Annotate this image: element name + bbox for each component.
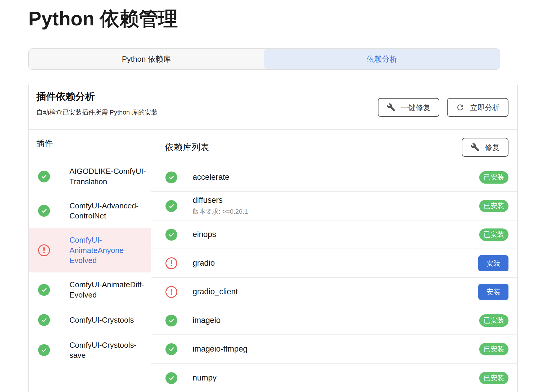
check-icon <box>165 200 177 212</box>
analysis-card: 插件依赖分析 自动检查已安装插件所需 Python 库的安装 一键修复 立即分析… <box>28 81 518 392</box>
check-icon <box>38 344 50 356</box>
check-icon <box>165 315 177 326</box>
check-icon <box>38 314 50 326</box>
dep-name: einops <box>193 230 216 239</box>
plugin-name: ComfyUI-Crystools <box>69 315 134 325</box>
card-header-text: 插件依赖分析 自动检查已安装插件所需 Python 库的安装 <box>36 90 158 117</box>
plugin-list-item[interactable]: ComfyUI-Crystools-save <box>29 333 151 368</box>
dep-row: imageio 已安装 <box>151 306 517 335</box>
tab-python-deps[interactable]: Python 依赖库 <box>29 49 264 69</box>
dep-row: gradio_client 安装 <box>151 278 517 306</box>
plugin-name: ComfyUI-Advanced-ControlNet <box>69 201 146 221</box>
check-icon <box>165 229 177 241</box>
wrench-icon <box>387 103 396 112</box>
plugin-name: ComfyUI-AnimateAnyone-Evolved <box>69 235 146 265</box>
fix-all-label: 一键修复 <box>401 103 430 112</box>
refresh-icon <box>456 103 465 112</box>
plugin-list-item[interactable]: ComfyUI-AnimateAnyone-Evolved <box>29 228 151 272</box>
page-title: Python 依赖管理 <box>28 7 518 30</box>
dep-name: diffusers <box>193 196 248 205</box>
dep-info: numpy <box>193 373 217 383</box>
card-header: 插件依赖分析 自动检查已安装插件所需 Python 库的安装 一键修复 立即分析 <box>29 81 517 130</box>
analyze-now-label: 立即分析 <box>470 103 500 112</box>
plugin-list-item[interactable]: ComfyUI-AnimateDiff-Evolved <box>29 272 151 307</box>
check-icon <box>38 284 50 296</box>
header-actions: 一键修复 立即分析 <box>378 98 508 117</box>
installed-badge: 已安装 <box>479 314 508 327</box>
plugin-sidebar: 插件 AIGODLIKE-ComfyUI-Translation ComfyUI… <box>29 130 151 392</box>
dep-info: diffusers 版本要求: >=0.26.1 <box>193 196 248 216</box>
fix-button[interactable]: 修复 <box>462 138 508 157</box>
panel-title: 插件依赖分析 <box>36 90 158 103</box>
plugin-list-item[interactable]: ComfyUI-Crystools <box>29 307 151 333</box>
dep-name: gradio_client <box>193 287 238 296</box>
plugin-name: AIGODLIKE-ComfyUI-Translation <box>69 166 146 187</box>
wrench-icon <box>471 143 480 152</box>
dep-name: accelerate <box>193 173 230 182</box>
dep-info: accelerate <box>193 173 230 182</box>
plugin-name: ComfyUI-AnimateDiff-Evolved <box>69 280 146 300</box>
check-icon <box>38 171 50 182</box>
install-button[interactable]: 安装 <box>478 255 508 271</box>
dep-row: gradio 安装 <box>151 249 517 278</box>
deps-header: 依赖库列表 修复 <box>151 130 517 163</box>
dep-name: gradio <box>193 259 215 268</box>
tab-dependency-analysis[interactable]: 依赖分析 <box>264 49 500 69</box>
check-icon <box>38 205 50 217</box>
check-icon <box>165 172 177 183</box>
dep-info: einops <box>193 230 216 239</box>
installed-badge: 已安装 <box>479 228 508 241</box>
dep-info: gradio <box>193 259 215 268</box>
plugin-list-item[interactable]: AIGODLIKE-ComfyUI-Translation <box>29 159 151 194</box>
dep-row: numpy 已安装 <box>151 364 517 392</box>
dep-version-requirement: 版本要求: >=0.26.1 <box>193 207 248 216</box>
panel-subtitle: 自动检查已安装插件所需 Python 库的安装 <box>36 108 158 117</box>
check-icon <box>165 343 177 355</box>
sidebar-header: 插件 <box>36 138 151 149</box>
error-icon <box>38 244 50 256</box>
dep-name: imageio-ffmpeg <box>193 344 248 354</box>
dep-row: diffusers 版本要求: >=0.26.1 已安装 <box>151 192 517 220</box>
plugin-name: ComfyUI-Crystools-save <box>69 340 146 360</box>
plugin-list-item[interactable]: ComfyUI-Advanced-ControlNet <box>29 194 151 228</box>
dep-name: imageio <box>193 316 221 325</box>
error-icon <box>165 286 177 298</box>
installed-badge: 已安装 <box>479 200 508 212</box>
installed-badge: 已安装 <box>479 372 508 384</box>
error-icon <box>165 257 177 269</box>
check-icon <box>165 372 177 384</box>
dep-info: imageio-ffmpeg <box>193 344 248 354</box>
tab-bar: Python 依赖库 依赖分析 <box>28 48 500 70</box>
dep-row: einops 已安装 <box>151 220 517 249</box>
fix-all-button[interactable]: 一键修复 <box>378 98 439 117</box>
fix-label: 修复 <box>485 143 500 152</box>
dep-info: imageio <box>193 316 221 325</box>
dep-row: accelerate 已安装 <box>151 163 517 192</box>
installed-badge: 已安装 <box>479 343 508 355</box>
title-divider <box>28 39 518 39</box>
deps-panel: 依赖库列表 修复 accelerate 已安装 diffusers 版本要求: <box>151 130 517 392</box>
page-container: Python 依赖管理 Python 依赖库 依赖分析 插件依赖分析 自动检查已… <box>0 7 546 392</box>
analyze-now-button[interactable]: 立即分析 <box>447 98 508 117</box>
installed-badge: 已安装 <box>479 171 508 184</box>
dep-name: numpy <box>193 373 217 383</box>
plugin-list: AIGODLIKE-ComfyUI-Translation ComfyUI-Ad… <box>29 159 151 367</box>
deps-list-title: 依赖库列表 <box>165 141 209 153</box>
dep-info: gradio_client <box>193 287 238 296</box>
install-button[interactable]: 安装 <box>478 284 508 300</box>
dep-row: imageio-ffmpeg 已安装 <box>151 335 517 364</box>
card-body: 插件 AIGODLIKE-ComfyUI-Translation ComfyUI… <box>29 130 517 392</box>
dependency-list: accelerate 已安装 diffusers 版本要求: >=0.26.1 … <box>151 163 517 392</box>
